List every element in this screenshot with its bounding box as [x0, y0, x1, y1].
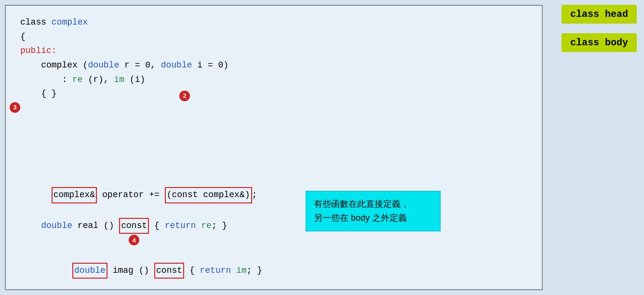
- tooltip-line1: 有些函數在此直接定義，: [314, 199, 409, 209]
- code-line-1: class complex: [20, 15, 532, 30]
- code-line-10: private:: [20, 293, 532, 295]
- box-const-2: const: [154, 263, 184, 279]
- box-const-1: const: [119, 218, 149, 234]
- code-line-8: double real () const { return re; }: [20, 218, 532, 234]
- badge-4: 4: [129, 235, 139, 245]
- class-name: complex: [52, 17, 88, 27]
- main-container: class complex { public: complex (double …: [0, 0, 644, 295]
- kw-im: im: [114, 75, 124, 84]
- kw-double-real: double: [41, 221, 72, 230]
- kw-public: public:: [20, 46, 57, 55]
- code-line-6: { }: [20, 87, 532, 101]
- badge-2: 2: [179, 91, 190, 101]
- code-line-5: : re (r), im (i): [20, 73, 532, 87]
- kw-double-1: double: [88, 60, 119, 70]
- box-const-complex: (const complex&): [165, 187, 252, 203]
- code-line-2: {: [20, 30, 532, 44]
- code-line-7: 2 3 complex& operator += (const complex&…: [20, 101, 532, 218]
- labels-panel: class head class body: [548, 0, 644, 295]
- kw-class: class: [20, 17, 52, 27]
- box-double: double: [72, 263, 107, 279]
- tooltip-box: 有些函數在此直接定義， 另一些在 body 之外定義: [306, 191, 441, 231]
- imag-text: imag (): [107, 266, 154, 275]
- kw-double-imag: double: [74, 266, 106, 275]
- code-line-4: complex (double r = 0, double i = 0): [20, 58, 532, 73]
- semicolon-1: ;: [252, 190, 257, 200]
- kw-double-2: double: [161, 60, 192, 70]
- code-line-9: 4 double imag () const { return im; }: [20, 234, 532, 293]
- code-line-3: public:: [20, 44, 532, 58]
- kw-return-1: return: [165, 221, 196, 230]
- box-complex-ref: complex&: [52, 187, 97, 203]
- tooltip-line2: 另一些在 body 之外定義: [314, 213, 407, 223]
- badge-3: 3: [10, 102, 20, 113]
- class-body-label: class body: [562, 33, 637, 52]
- code-panel: class complex { public: complex (double …: [5, 5, 543, 290]
- return-im: { return im; }: [184, 266, 262, 275]
- kw-re-1: re: [201, 221, 212, 230]
- kw-re: re: [72, 75, 83, 84]
- operator-text: operator +=: [97, 190, 164, 200]
- class-head-label: class head: [562, 5, 637, 24]
